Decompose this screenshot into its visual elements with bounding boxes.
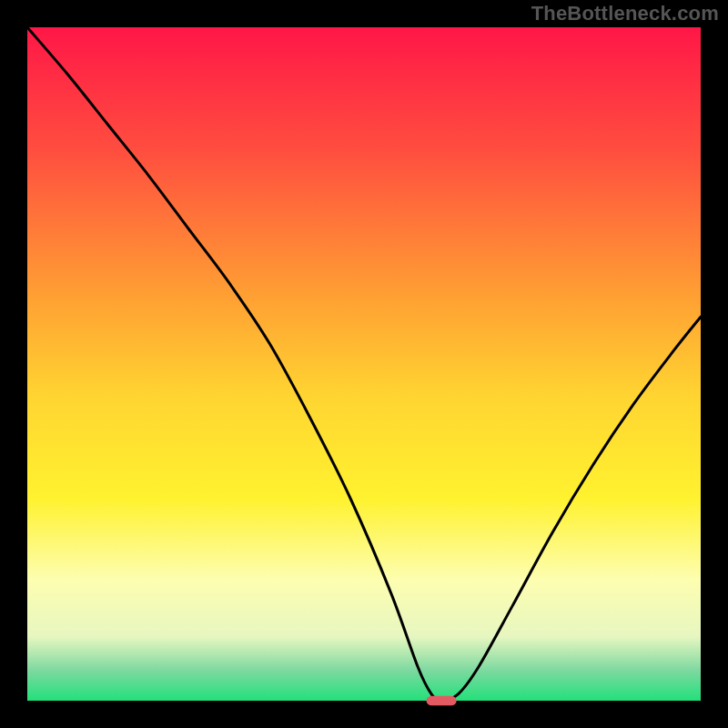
- optimal-marker: [426, 696, 456, 705]
- watermark-text: TheBottleneck.com: [531, 2, 719, 25]
- bottleneck-chart: [0, 0, 728, 728]
- plot-background: [27, 27, 701, 701]
- chart-frame: TheBottleneck.com: [0, 0, 728, 728]
